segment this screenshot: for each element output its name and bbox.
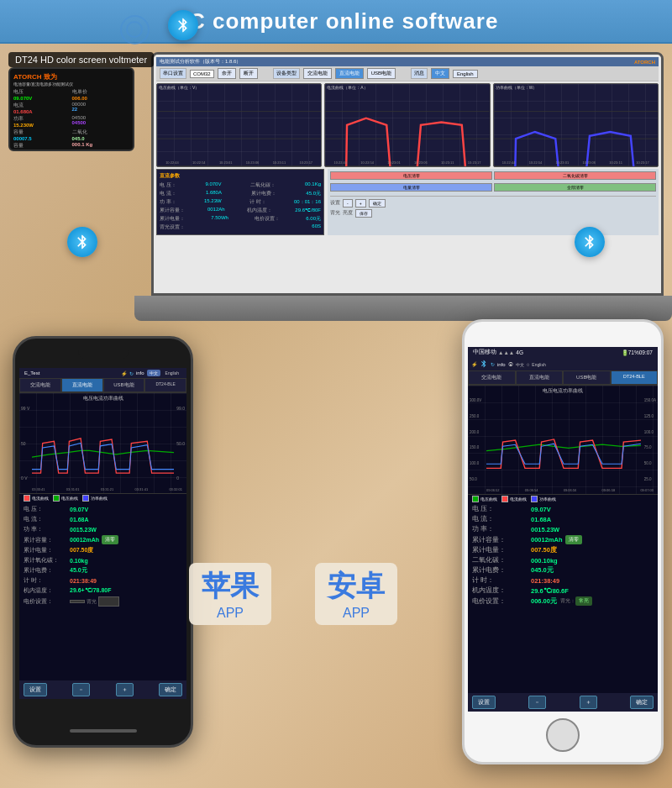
right-confirm-btn[interactable]: 确定 <box>630 696 654 709</box>
right-set-btn[interactable]: 设置 <box>472 696 496 709</box>
english-btn[interactable]: English <box>453 70 478 78</box>
android-label: 安卓 <box>328 567 385 606</box>
clear-voltage-btn[interactable]: 电压清零 <box>330 171 492 180</box>
right-minus-btn[interactable]: － <box>528 696 546 709</box>
left-price-input[interactable] <box>70 600 85 603</box>
com-label: 串口设置 <box>160 68 186 79</box>
phones-area: E_Test ⚡ ↻ info 中文 English 交流电能 直流电能 USB… <box>0 319 672 788</box>
left-co2-row: 累计氧化碳： 0.10kg <box>24 556 182 565</box>
left-capacity-row: 累计容量： 00012mAh 清零 <box>24 535 182 544</box>
realtime-label: 直流参数 <box>160 172 321 180</box>
set-plus-btn[interactable]: + <box>355 199 366 208</box>
left-english-btn[interactable]: English <box>163 370 181 376</box>
left-chinese-btn[interactable]: 中文 <box>147 370 160 376</box>
bt-icon-top-left <box>168 10 198 40</box>
right-english-btn[interactable]: English <box>532 362 545 367</box>
right-capacity-row: 累计容量： 00012mAh 清零 <box>472 535 654 544</box>
right-power-label: 功 率： <box>472 525 531 533</box>
right-clear-btn[interactable]: 清零 <box>565 535 582 544</box>
right-co2-label: 二氧化碳： <box>472 556 531 565</box>
right-price-label: 电价设置： <box>472 597 531 606</box>
left-tab-ac[interactable]: 交流电能 <box>19 378 61 392</box>
right-tab-usb[interactable]: USB电能 <box>563 370 611 385</box>
backlight-row: 背光 亮度 保存 <box>330 209 656 218</box>
right-current-val: 01.68A <box>531 516 551 523</box>
laptop-screen: 电能测试分析软件（版本号：1.8.6） ATORCH 串口设置 COM32 奈开… <box>151 52 664 296</box>
left-power-row: 功 率： 0015.23W <box>24 525 182 533</box>
left-current-val: 01.68A <box>70 517 89 523</box>
temp-value-pc: 29.6℃/80F <box>295 207 321 214</box>
dt24-power: 功率 15.230W <box>13 115 71 128</box>
open-btn[interactable]: 奈开 <box>218 68 236 79</box>
left-tab-ble[interactable]: DT24-BLE <box>144 378 186 392</box>
confirm-btn[interactable]: 确定 <box>369 199 386 208</box>
pc-atorch-logo: ATORCH <box>634 60 655 65</box>
capacity-reading: 累计容量： 0012Ah 机内温度： 29.6℃/80F <box>160 207 321 214</box>
phone-right: 中国移动 ▲▲▲ 4G 🔋 71% 09:07 ⚡ ↻ <box>462 319 664 764</box>
current-reading: 电 流： 1.680A 累计电费： 45.0元 <box>160 190 321 197</box>
left-tab-usb[interactable]: USB电能 <box>103 378 145 392</box>
left-plus-btn[interactable]: ＋ <box>116 683 134 696</box>
bt-signal-top <box>122 17 147 42</box>
left-co2-label: 累计氧化碳： <box>24 556 70 565</box>
legend-dot-w <box>82 495 89 502</box>
right-app-bar: ⚡ ↻ info ⦿ 中文 ○ English <box>468 358 658 370</box>
right-capacity-label: 累计容量： <box>472 536 531 544</box>
set-label: 设置 <box>330 199 340 208</box>
fee-value-pc: 45.0元 <box>306 190 321 197</box>
disconnect-btn[interactable]: 断开 <box>239 68 258 79</box>
right-temp-label: 机内温度： <box>472 586 531 595</box>
backlight-label-pc: 背光设置： <box>160 223 185 231</box>
backlight-value-pc: 60S <box>312 223 321 231</box>
left-price-row: 电价设置： 背光 <box>24 596 182 607</box>
left-confirm-btn[interactable]: 确定 <box>159 683 182 696</box>
left-tab-dc[interactable]: 直流电能 <box>61 378 103 392</box>
pc-voltage-chart: 电压曲线（单位：V） 10:22:4410:22:5410:23:0110:23… <box>156 83 322 167</box>
app-screen-right: 中国移动 ▲▲▲ 4G 🔋 71% 09:07 ⚡ ↻ <box>468 347 658 712</box>
legend-current: 电流曲线 <box>24 495 49 502</box>
legend-dot-a <box>24 495 30 502</box>
left-clear-btn[interactable]: 清零 <box>102 535 118 544</box>
right-power-val: 0015.23W <box>531 526 559 533</box>
left-backlight-toggle[interactable] <box>98 596 119 607</box>
pc-software: 电能测试分析软件（版本号：1.8.6） ATORCH 串口设置 COM32 奈开… <box>154 55 661 293</box>
save-btn[interactable]: 保存 <box>355 209 372 218</box>
right-carrier: 中国移动 <box>473 349 496 356</box>
clear-co2-btn[interactable]: 二氧化碳清零 <box>494 171 656 180</box>
clear-all-btn[interactable]: 全部清零 <box>494 183 656 192</box>
right-voltage-row: 电 压： 09.07V <box>472 505 654 513</box>
left-y-labels: 99 V500 V <box>21 406 29 481</box>
right-legend-dot-v <box>472 496 479 502</box>
pc-controls: 串口设置 COM32 奈开 断开 设备类型 交流电能 直流电能 USB电能 消息… <box>156 66 659 81</box>
right-fee-row: 累计电费： 045.0元 <box>472 566 654 575</box>
left-time-label: 计 时： <box>24 576 70 585</box>
pc-data-panel: 直流参数 电 压： 9.070V 二氧化碳： 00.1Kg 电 流： 1.680… <box>156 169 324 235</box>
legend-voltage: 电压曲线 <box>53 495 78 502</box>
left-set-btn[interactable]: 设置 <box>24 683 47 696</box>
dt24-charge: 容量 00007.5 <box>13 129 71 141</box>
usb-btn[interactable]: USB电能 <box>367 68 396 79</box>
dc-btn[interactable]: 直流电能 <box>335 68 364 79</box>
right-legend-w: 功率曲线 <box>531 496 556 502</box>
left-minus-btn[interactable]: － <box>72 683 90 696</box>
legend-current-label: 电流曲线 <box>32 496 49 501</box>
com-select[interactable]: COM32 <box>190 70 214 78</box>
right-bt-icon <box>480 360 488 369</box>
pc-power-chart: 功率曲线（单位：W） 10:22:4410:22:5410:23:0110:23… <box>493 83 659 167</box>
phone-home-btn-right[interactable] <box>546 718 580 752</box>
dt24-brand: ATORCH 致为 <box>13 72 129 81</box>
laptop-area: 电能测试分析软件（版本号：1.8.6） ATORCH 串口设置 COM32 奈开… <box>134 44 672 321</box>
right-tab-dc[interactable]: 直流电能 <box>516 370 564 385</box>
left-tabs: 交流电能 直流电能 USB电能 DT24-BLE <box>19 378 186 393</box>
bt-signal-mid-right <box>575 227 605 257</box>
clear-energy-btn[interactable]: 电量清零 <box>330 183 492 192</box>
right-tab-ble[interactable]: DT24-BLE <box>611 370 659 385</box>
chinese-btn[interactable]: 中文 <box>431 68 449 79</box>
right-plus-btn[interactable]: ＋ <box>580 696 597 709</box>
left-current-row: 电 流： 01.68A <box>24 515 182 523</box>
right-temp-val: 29.6℃/80.6F <box>531 587 569 595</box>
right-chinese-btn[interactable]: 中文 <box>516 362 524 367</box>
ac-btn[interactable]: 交流电能 <box>303 68 332 79</box>
right-tab-ac[interactable]: 交流电能 <box>468 370 516 385</box>
set-minus-btn[interactable]: - <box>343 199 353 208</box>
